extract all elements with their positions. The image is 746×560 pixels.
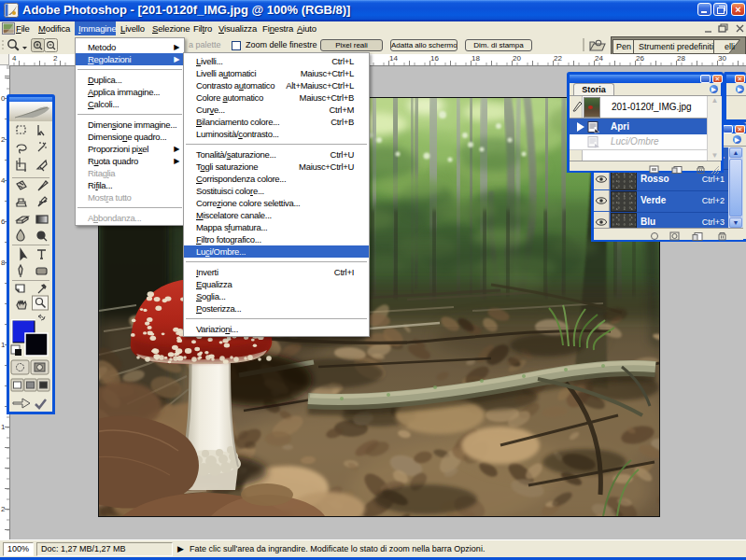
svg-text:Pen: Pen — [616, 42, 631, 51]
svg-text:Strumenti predefiniti: Strumenti predefiniti — [639, 42, 713, 51]
svg-text:elli: elli — [725, 42, 735, 51]
